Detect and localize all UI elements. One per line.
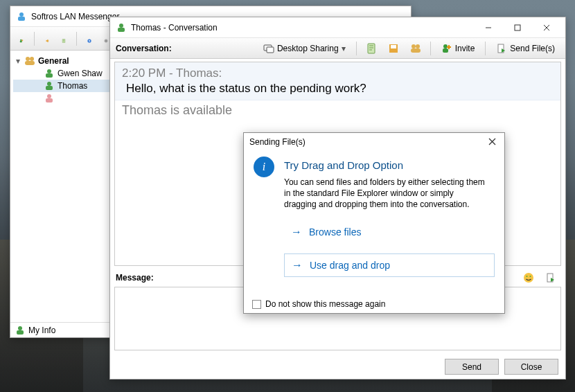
svg-point-29 bbox=[416, 44, 420, 48]
sending-files-dialog: Sending File(s) i Try Drag and Drop Opti… bbox=[243, 132, 505, 314]
group-icon bbox=[410, 43, 421, 54]
dialog-heading: Try Drag and Drop Option bbox=[284, 159, 485, 171]
notes-icon[interactable] bbox=[58, 33, 69, 44]
svg-rect-30 bbox=[411, 48, 421, 53]
arrow-right-icon: → bbox=[292, 260, 303, 271]
send-file-icon bbox=[496, 43, 507, 54]
separator bbox=[485, 42, 486, 55]
compose-label: Message: bbox=[116, 273, 154, 283]
send-files-button[interactable]: Send File(s) bbox=[491, 41, 560, 56]
separator bbox=[76, 32, 77, 46]
add-user-icon bbox=[441, 43, 452, 54]
invite-button[interactable]: Invite bbox=[436, 41, 480, 56]
dialog-body-text: You can send files and folders by either… bbox=[284, 177, 485, 211]
chevron-down-icon: ▾ bbox=[342, 44, 346, 53]
conversation-window-title: Thomas - Conversation bbox=[131, 23, 470, 33]
user-online-icon bbox=[44, 68, 55, 79]
smiley-icon bbox=[523, 272, 534, 283]
save-icon bbox=[388, 43, 399, 54]
conversation-footer: Send Close bbox=[110, 355, 565, 379]
svg-point-20 bbox=[119, 24, 123, 28]
svg-rect-27 bbox=[391, 45, 396, 48]
send-file-icon bbox=[545, 272, 556, 283]
conversation-toolbar: Conversation: Desktop Sharing ▾ Invite S… bbox=[110, 38, 565, 59]
svg-rect-4 bbox=[48, 40, 48, 42]
svg-rect-19 bbox=[17, 330, 24, 335]
browse-files-option[interactable]: → Browse files bbox=[284, 220, 495, 244]
tree-user-label: Gwen Shaw bbox=[57, 69, 103, 78]
maximize-button[interactable] bbox=[503, 18, 532, 37]
history-button[interactable] bbox=[362, 41, 380, 56]
desktop-sharing-label: Desktop Sharing bbox=[277, 44, 339, 53]
svg-point-35 bbox=[527, 276, 528, 277]
svg-point-16 bbox=[47, 94, 51, 98]
user-online-icon bbox=[116, 22, 127, 33]
close-icon bbox=[488, 138, 496, 145]
separator bbox=[34, 32, 35, 46]
add-user-icon[interactable] bbox=[16, 33, 27, 44]
broadcast-icon[interactable] bbox=[42, 33, 53, 44]
my-info-label[interactable]: My Info bbox=[28, 326, 55, 335]
emoji-button[interactable] bbox=[520, 270, 538, 285]
group-chat-button[interactable] bbox=[407, 41, 425, 56]
dialog-close-button[interactable] bbox=[486, 136, 499, 148]
svg-point-12 bbox=[47, 69, 51, 73]
tree-user-label: Thomas bbox=[57, 81, 87, 91]
close-button[interactable] bbox=[532, 18, 561, 37]
my-info-icon[interactable] bbox=[15, 325, 26, 336]
minimize-button[interactable] bbox=[474, 18, 503, 37]
user-online-icon bbox=[44, 80, 55, 91]
svg-point-36 bbox=[530, 276, 531, 277]
svg-point-18 bbox=[18, 326, 22, 330]
message-header: 2:20 PM - Thomas: bbox=[115, 62, 560, 80]
svg-rect-1 bbox=[18, 17, 25, 21]
group-icon bbox=[24, 55, 35, 66]
screen-share-icon bbox=[263, 43, 274, 54]
app-icon bbox=[16, 11, 27, 22]
send-files-label: Send File(s) bbox=[510, 44, 555, 53]
svg-rect-24 bbox=[267, 47, 274, 53]
svg-point-10 bbox=[30, 57, 34, 61]
save-button[interactable] bbox=[384, 41, 402, 56]
attach-file-button[interactable] bbox=[542, 270, 560, 285]
svg-rect-32 bbox=[443, 48, 448, 53]
svg-point-14 bbox=[47, 82, 51, 86]
separator bbox=[356, 42, 357, 55]
separator bbox=[430, 42, 431, 55]
conversation-window: Thomas - Conversation Conversation: Desk… bbox=[109, 17, 566, 380]
svg-rect-17 bbox=[46, 98, 53, 103]
svg-point-8 bbox=[105, 39, 107, 41]
svg-rect-3 bbox=[20, 41, 22, 42]
send-button-label: Send bbox=[462, 362, 481, 372]
svg-rect-13 bbox=[46, 73, 53, 78]
help-icon[interactable]: ? bbox=[84, 33, 95, 44]
dialog-titlebar[interactable]: Sending File(s) bbox=[244, 133, 504, 151]
invite-label: Invite bbox=[455, 44, 475, 53]
caret-down-icon[interactable]: ▾ bbox=[15, 56, 21, 66]
svg-point-28 bbox=[412, 44, 416, 48]
presence-status: Thomas is available bbox=[115, 100, 560, 121]
close-conversation-button[interactable]: Close bbox=[504, 359, 558, 375]
send-button[interactable]: Send bbox=[445, 359, 499, 375]
svg-rect-22 bbox=[515, 25, 520, 30]
close-button-label: Close bbox=[521, 362, 542, 372]
dialog-footer: Do not show this message again bbox=[244, 295, 504, 313]
notes-icon bbox=[366, 43, 377, 54]
user-away-icon bbox=[44, 93, 55, 104]
desktop-sharing-button[interactable]: Desktop Sharing ▾ bbox=[258, 41, 351, 56]
browse-files-label: Browse files bbox=[309, 226, 361, 238]
tree-group-label: General bbox=[38, 56, 69, 66]
conversation-titlebar[interactable]: Thomas - Conversation bbox=[110, 17, 565, 38]
drag-drop-option[interactable]: → Use drag and drop bbox=[284, 253, 495, 277]
svg-rect-15 bbox=[46, 86, 53, 90]
do-not-show-label: Do not show this message again bbox=[265, 299, 385, 309]
svg-point-0 bbox=[19, 12, 24, 17]
message-body: Hello, what is the status on the pending… bbox=[115, 80, 560, 100]
svg-rect-11 bbox=[25, 61, 35, 65]
svg-point-34 bbox=[524, 273, 533, 283]
do-not-show-checkbox[interactable] bbox=[252, 300, 261, 309]
svg-rect-25 bbox=[368, 44, 375, 53]
svg-point-9 bbox=[26, 57, 30, 61]
drag-drop-label: Use drag and drop bbox=[310, 260, 390, 271]
info-icon: i bbox=[254, 157, 274, 177]
